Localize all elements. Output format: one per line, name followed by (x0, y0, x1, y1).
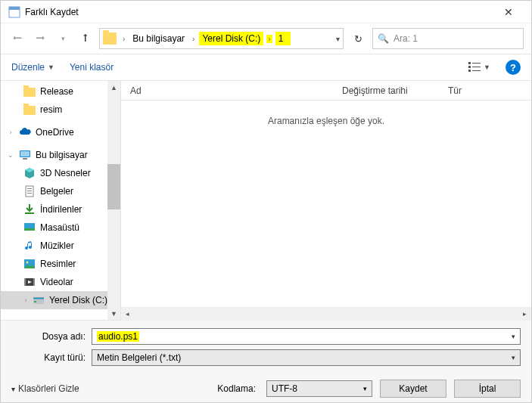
tree-label: Müzikler (40, 240, 74, 251)
expand-caret[interactable]: › (23, 296, 28, 304)
organize-button[interactable]: Düzenle▼ (11, 62, 54, 73)
pic-icon (23, 258, 36, 270)
col-date[interactable]: Değiştirme tarihi (342, 85, 448, 96)
filename-input[interactable]: audio.ps1 ▾ (92, 328, 521, 345)
hide-folders-button[interactable]: ▾Klasörleri Gizle (11, 383, 79, 394)
svg-rect-5 (472, 67, 481, 67)
folder-icon (103, 33, 117, 45)
expand-caret[interactable]: ⌄ (7, 151, 14, 159)
cancel-button[interactable]: İptal (454, 380, 521, 398)
tree-item-music[interactable]: Müzikler (1, 237, 107, 255)
svg-rect-7 (472, 70, 481, 71)
tree-item-pic[interactable]: Resimler (1, 255, 107, 273)
desk-icon (23, 222, 36, 234)
up-button[interactable]: 🠕 (76, 29, 95, 48)
tree-label: Masaüstü (40, 222, 79, 233)
pc-icon (19, 149, 31, 161)
svg-rect-17 (24, 228, 35, 231)
search-box[interactable]: 🔍 Ara: 1 (372, 28, 524, 49)
filetype-dropdown-icon[interactable]: ▾ (512, 354, 515, 361)
tree-item-onedrive[interactable]: ›OneDrive (1, 123, 107, 141)
tree-label: Belgeler (40, 186, 73, 197)
tree-label: Videolar (40, 277, 73, 287)
dl-icon (23, 203, 36, 215)
tree-item-3d[interactable]: 3D Nesneler (1, 164, 107, 182)
crumb-folder[interactable]: 1 (275, 32, 291, 45)
encoding-dropdown-icon[interactable]: ▾ (363, 385, 367, 392)
col-name[interactable]: Ad (130, 85, 342, 96)
encoding-label: Kodlama: (217, 383, 256, 394)
tree-label: Yerel Disk (C:) (49, 295, 107, 305)
nav-bar: 🠔 🠖 ▾ 🠕 › Bu bilgisayar › Yerel Disk (C:… (1, 23, 531, 54)
folder-icon (23, 104, 36, 116)
forward-button[interactable]: 🠖 (31, 29, 49, 48)
svg-rect-13 (27, 191, 32, 191)
onedrive-icon (19, 126, 31, 138)
tree-item-folder[interactable]: resim (1, 101, 107, 119)
search-placeholder: Ara: 1 (394, 33, 418, 44)
doc-icon (23, 185, 36, 197)
scroll-down-button[interactable]: ▼ (107, 307, 120, 320)
address-bar[interactable]: › Bu bilgisayar › Yerel Disk (C:) › 1 ▾ (99, 28, 344, 49)
music-icon (23, 240, 36, 252)
hscroll-left[interactable]: ◂ (121, 308, 134, 321)
svg-rect-26 (33, 298, 44, 299)
filename-value: audio.ps1 (97, 331, 139, 342)
back-button[interactable]: 🠔 (8, 29, 26, 48)
disk-icon (33, 294, 45, 306)
svg-point-19 (26, 262, 29, 264)
col-type[interactable]: Tür (448, 85, 531, 96)
3d-icon (23, 167, 36, 179)
filetype-value: Metin Belgeleri (*.txt) (97, 352, 181, 363)
tree-item-doc[interactable]: Belgeler (1, 182, 107, 200)
encoding-select[interactable]: UTF-8 ▾ (266, 380, 372, 397)
tree-item-vid[interactable]: Videolar (1, 273, 107, 291)
tree-label: İndirilenler (40, 204, 82, 215)
tree-label: OneDrive (36, 127, 74, 138)
save-button[interactable]: Kaydet (380, 380, 446, 398)
scroll-up-button[interactable]: ▲ (107, 81, 120, 94)
svg-rect-25 (34, 301, 36, 302)
expand-caret[interactable]: › (7, 129, 14, 136)
breadcrumb-sep: › (266, 35, 272, 43)
filetype-select[interactable]: Metin Belgeleri (*.txt) ▾ (92, 349, 521, 366)
svg-rect-6 (468, 70, 471, 72)
filetype-label: Kayıt türü: (11, 352, 92, 363)
address-dropdown-icon[interactable]: ▾ (336, 35, 340, 43)
filename-label: Dosya adı: (11, 331, 92, 342)
tree-item-disk[interactable]: ›Yerel Disk (C:) (1, 291, 107, 309)
view-mode-button[interactable]: ▼ (468, 62, 490, 73)
svg-rect-14 (27, 193, 32, 194)
refresh-button[interactable]: ↻ (348, 28, 368, 49)
title-bar: Farklı Kaydet ✕ (1, 1, 531, 23)
svg-rect-15 (25, 212, 34, 214)
svg-rect-3 (472, 63, 481, 64)
recent-dropdown[interactable]: ▾ (54, 29, 72, 48)
window-title: Farklı Kaydet (25, 7, 493, 17)
content-area: Ad Değiştirme tarihi Tür Aramanızla eşle… (120, 81, 531, 320)
tree-item-dl[interactable]: İndirilenler (1, 200, 107, 219)
encoding-value: UTF-8 (272, 383, 297, 394)
svg-rect-22 (33, 278, 35, 286)
crumb-disk[interactable]: Yerel Disk (C:) (199, 32, 263, 45)
filename-dropdown-icon[interactable]: ▾ (512, 333, 515, 340)
file-list: Aramanızla eşleşen öğe yok. (121, 101, 531, 307)
sidebar: Releaseresim›OneDrive⌄Bu bilgisayar3D Ne… (1, 81, 120, 320)
svg-rect-4 (468, 66, 471, 68)
hscroll-right[interactable]: ▸ (518, 308, 531, 321)
help-button[interactable]: ? (506, 60, 521, 75)
tree-item-desk[interactable]: Masaüstü (1, 219, 107, 237)
content-hscroll[interactable]: ◂ ▸ (121, 307, 531, 320)
svg-rect-21 (24, 278, 26, 286)
tree-item-folder[interactable]: Release (1, 82, 107, 101)
new-folder-button[interactable]: Yeni klasör (70, 62, 114, 73)
tree-item-pc[interactable]: ⌄Bu bilgisayar (1, 146, 107, 164)
scroll-thumb[interactable] (107, 164, 120, 209)
toolbar: Düzenle▼ Yeni klasör ▼ ? (1, 54, 531, 81)
svg-rect-10 (23, 158, 27, 160)
breadcrumb-sep: › (121, 35, 126, 43)
column-headers: Ad Değiştirme tarihi Tür (121, 81, 531, 101)
crumb-pc[interactable]: Bu bilgisayar (129, 32, 188, 45)
close-button[interactable]: ✕ (493, 2, 524, 23)
svg-rect-2 (468, 62, 471, 64)
